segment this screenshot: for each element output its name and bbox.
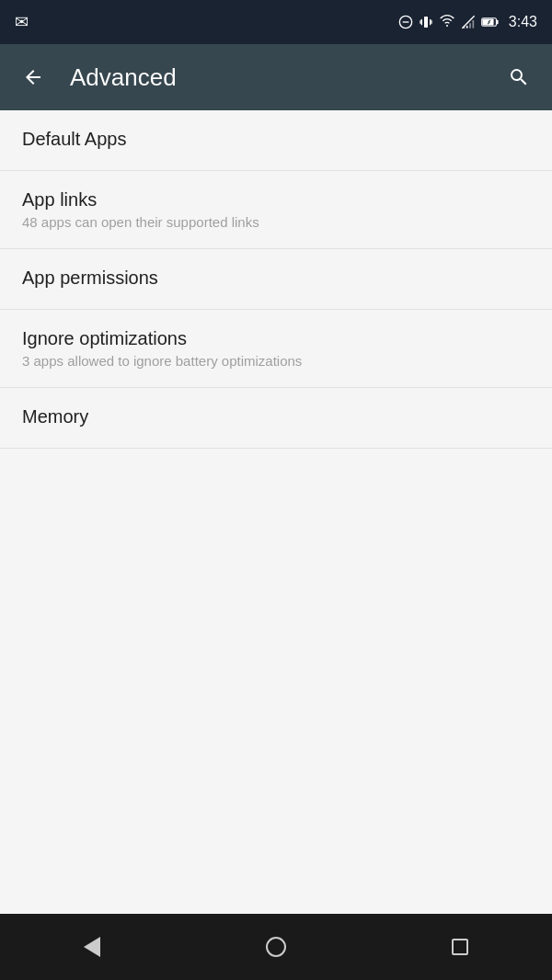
settings-list: Default Apps App links 48 apps can open … xyxy=(0,110,552,914)
app-permissions-item[interactable]: App permissions xyxy=(0,249,552,310)
search-button[interactable] xyxy=(500,59,537,96)
status-time: 3:43 xyxy=(509,14,537,30)
ignore-optimizations-title: Ignore optimizations xyxy=(22,328,530,349)
memory-item[interactable]: Memory xyxy=(0,388,552,449)
default-apps-item[interactable]: Default Apps xyxy=(0,110,552,171)
back-nav-icon xyxy=(84,937,100,957)
status-bar: ✉ xyxy=(0,0,552,44)
envelope-icon: ✉ xyxy=(15,12,29,32)
svg-point-3 xyxy=(446,25,448,27)
back-button[interactable] xyxy=(15,59,52,96)
nav-recents-button[interactable] xyxy=(432,919,488,974)
nav-back-button[interactable] xyxy=(64,919,120,974)
app-permissions-title: App permissions xyxy=(22,268,530,289)
wifi-icon xyxy=(439,15,455,29)
status-bar-left: ✉ xyxy=(15,12,29,32)
nav-home-button[interactable] xyxy=(248,919,304,974)
svg-rect-2 xyxy=(424,17,428,28)
vibrate-icon xyxy=(419,15,433,29)
memory-title: Memory xyxy=(22,406,530,427)
default-apps-title: Default Apps xyxy=(22,129,530,150)
app-links-title: App links xyxy=(22,189,530,211)
signal-off-icon xyxy=(461,15,476,29)
app-links-item[interactable]: App links 48 apps can open their support… xyxy=(0,171,552,249)
app-links-subtitle: 48 apps can open their supported links xyxy=(22,214,530,230)
do-not-disturb-icon xyxy=(398,15,413,29)
status-bar-right: 3:43 xyxy=(398,14,537,30)
app-bar: Advanced xyxy=(0,44,552,110)
home-nav-icon xyxy=(266,937,286,957)
svg-rect-6 xyxy=(496,20,498,24)
battery-icon xyxy=(481,16,500,28)
ignore-optimizations-subtitle: 3 apps allowed to ignore battery optimiz… xyxy=(22,353,530,369)
recents-nav-icon xyxy=(452,939,468,955)
page-title: Advanced xyxy=(70,63,500,92)
ignore-optimizations-item[interactable]: Ignore optimizations 3 apps allowed to i… xyxy=(0,310,552,388)
nav-bar xyxy=(0,914,552,980)
